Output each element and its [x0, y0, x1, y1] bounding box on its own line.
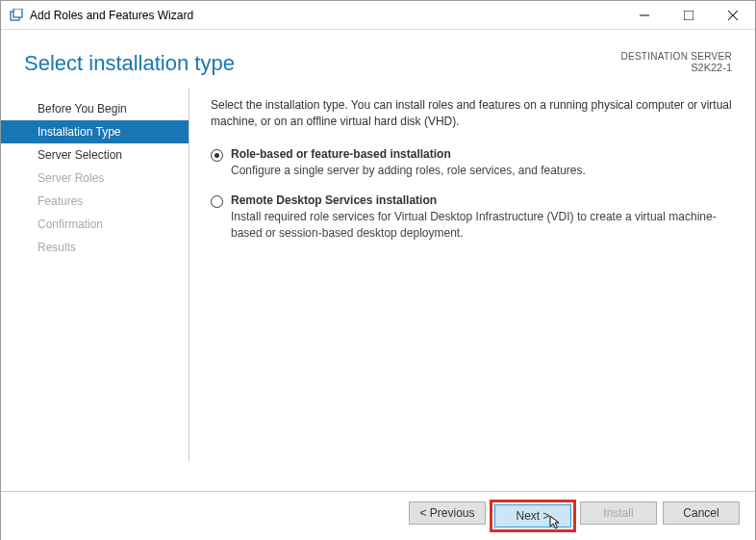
nav-installation-type[interactable]: Installation Type — [1, 120, 189, 143]
svg-rect-1 — [13, 9, 22, 17]
destination-label: DESTINATION SERVER — [620, 51, 732, 62]
page-title: Select installation type — [24, 51, 235, 76]
next-highlight: Next > — [490, 500, 576, 532]
option-desc: Configure a single server by adding role… — [231, 163, 738, 179]
previous-button[interactable]: < Previous — [409, 501, 486, 525]
option-title: Remote Desktop Services installation — [231, 193, 738, 207]
sidebar: Before You Begin Installation Type Serve… — [1, 88, 189, 461]
svg-rect-3 — [684, 11, 693, 20]
content: Select the installation type. You can in… — [189, 88, 755, 461]
option-role-based[interactable]: Role-based or feature-based installation… — [211, 147, 738, 179]
option-remote-desktop[interactable]: Remote Desktop Services installation Ins… — [211, 193, 738, 242]
window-controls — [622, 1, 755, 29]
radio-role-based[interactable] — [211, 149, 223, 162]
nav-features: Features — [1, 190, 189, 213]
option-desc: Install required role services for Virtu… — [231, 209, 738, 242]
option-text: Role-based or feature-based installation… — [231, 147, 738, 179]
app-icon — [9, 8, 24, 23]
next-button[interactable]: Next > — [494, 504, 571, 527]
cancel-button[interactable]: Cancel — [663, 501, 740, 525]
nav-results: Results — [1, 236, 189, 259]
window-title: Add Roles and Features Wizard — [30, 9, 622, 22]
nav-server-roles: Server Roles — [1, 167, 189, 190]
option-text: Remote Desktop Services installation Ins… — [231, 193, 738, 242]
titlebar: Add Roles and Features Wizard — [1, 1, 755, 30]
footer: < Previous Next > Install Cancel — [1, 491, 755, 540]
intro-text: Select the installation type. You can in… — [211, 97, 738, 130]
body: Before You Begin Installation Type Serve… — [1, 88, 755, 461]
nav-before-you-begin[interactable]: Before You Begin — [1, 97, 189, 120]
nav-confirmation: Confirmation — [1, 213, 189, 236]
nav-server-selection[interactable]: Server Selection — [1, 143, 189, 167]
minimize-button[interactable] — [622, 1, 667, 29]
maximize-button[interactable] — [667, 1, 711, 29]
destination-server: S2K22-1 — [620, 62, 732, 73]
option-title: Role-based or feature-based installation — [231, 147, 738, 161]
destination-block: DESTINATION SERVER S2K22-1 — [620, 51, 732, 73]
radio-remote-desktop[interactable] — [211, 195, 223, 208]
close-button[interactable] — [711, 1, 755, 29]
header: Select installation type DESTINATION SER… — [1, 30, 755, 88]
install-button: Install — [580, 501, 657, 525]
